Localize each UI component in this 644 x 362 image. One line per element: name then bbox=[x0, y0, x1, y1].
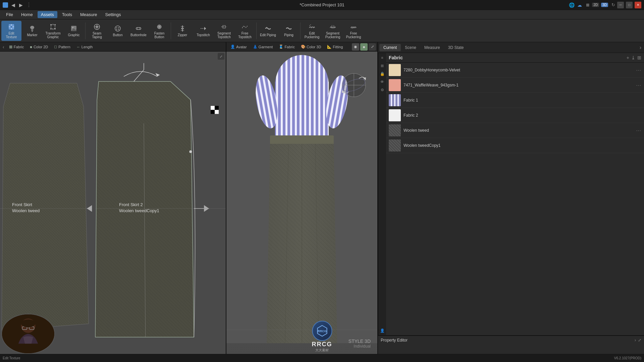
menu-dots[interactable]: ⋮ bbox=[26, 2, 32, 8]
panel-3d: 👤 Avatar 👗 Garment 🧵 Fabric 🎨 Color 3D 📐 bbox=[226, 42, 378, 362]
sidebar-tab-measure[interactable]: Measure bbox=[420, 44, 444, 51]
sidebar-expand[interactable]: › bbox=[638, 45, 643, 51]
fabric-item-4[interactable]: Fabric 2 bbox=[386, 108, 644, 123]
tool-graphic[interactable]: Graphic bbox=[64, 21, 84, 41]
property-collapse-icon[interactable]: › bbox=[635, 338, 636, 343]
svg-rect-68 bbox=[211, 106, 215, 110]
tab-2d-color[interactable]: ■ Color 2D bbox=[27, 44, 51, 50]
sidebar-icon-layers[interactable]: ≡ bbox=[379, 54, 386, 61]
sidebar-tabs: Current Scene Measure 3D State › bbox=[378, 42, 644, 53]
svg-marker-53 bbox=[2, 83, 89, 330]
logo-subtitle: 大大素材 bbox=[315, 348, 329, 353]
tool-piping[interactable]: Piping bbox=[279, 21, 299, 41]
menu-assets[interactable]: Assets bbox=[38, 11, 57, 18]
tab-2d-fabric[interactable]: ▦ Fabric bbox=[6, 44, 27, 50]
menu-settings[interactable]: Settings bbox=[102, 11, 124, 18]
tool-topstitch[interactable]: Topstitch bbox=[193, 21, 213, 41]
property-editor-label: Property Editor bbox=[381, 338, 408, 343]
tool-marker[interactable]: Marker bbox=[22, 21, 42, 41]
tool-seam-taping[interactable]: Seam Taping bbox=[87, 21, 107, 41]
tab-2d-pattern[interactable]: ◻ Pattern bbox=[51, 44, 73, 50]
tab-fitting[interactable]: 📐 Fitting bbox=[324, 44, 345, 50]
sidebar-tab-scene[interactable]: Scene bbox=[401, 44, 420, 51]
graphic-icon bbox=[70, 24, 78, 33]
sidebar-icon-lock[interactable]: 🔒 bbox=[379, 70, 386, 77]
sidebar-tab-3dstate[interactable]: 3D State bbox=[444, 44, 468, 51]
sidebar-icon-link[interactable]: ⊞ bbox=[379, 62, 386, 69]
fabric-more-2[interactable]: ⋯ bbox=[636, 82, 641, 88]
view-reset[interactable]: ◉ bbox=[352, 43, 359, 51]
svg-point-23 bbox=[118, 27, 119, 28]
swatch-6 bbox=[389, 139, 401, 152]
maximize-button[interactable]: □ bbox=[626, 2, 633, 8]
fabric-grid-view[interactable]: ⊞ bbox=[637, 55, 641, 60]
minimize-button[interactable]: ─ bbox=[617, 2, 624, 8]
cloud-icon: ☁ bbox=[577, 2, 582, 8]
tool-buttonhole[interactable]: Buttonhole bbox=[128, 21, 149, 41]
tool-free-puckering[interactable]: Free Puckering bbox=[343, 21, 364, 41]
tab-garment[interactable]: 👗 Garment bbox=[250, 44, 276, 50]
piping-icon bbox=[285, 24, 293, 33]
tool-zipper[interactable]: Zipper bbox=[172, 21, 193, 41]
fabric-item-6[interactable]: Woolen tweedCopy1 bbox=[386, 138, 644, 153]
svg-rect-33 bbox=[181, 28, 184, 29]
tab-color-3d[interactable]: 🎨 Color 3D bbox=[298, 44, 324, 50]
fabric-item-2[interactable]: 7471_WaffleWeave_943gsm-1 ⋯ bbox=[386, 78, 644, 93]
buttonhole-icon bbox=[135, 24, 143, 33]
sidebar-icon-avatar[interactable]: 👤 bbox=[379, 327, 386, 334]
mode-3d[interactable]: 3D bbox=[601, 3, 608, 7]
menu-measure[interactable]: Measure bbox=[77, 11, 101, 18]
import-fabric-button[interactable]: ⤓ bbox=[631, 55, 635, 60]
tool-button[interactable]: Button bbox=[108, 21, 128, 41]
view-color[interactable]: ■ bbox=[360, 43, 368, 51]
piping-label: Piping bbox=[284, 33, 293, 37]
tool-edit-puckering[interactable]: Edit Puckering bbox=[302, 21, 322, 41]
svg-point-21 bbox=[115, 26, 120, 31]
tool-segment-topstitch[interactable]: Segment Topstitch bbox=[214, 21, 234, 41]
fabric-more-5[interactable]: ⋯ bbox=[636, 127, 641, 134]
add-fabric-button[interactable]: + bbox=[627, 55, 629, 60]
canvas-3d[interactable]: STYLE 3D Individual bbox=[226, 52, 377, 362]
title-bar: ◀ ▶ ⋮ *Combined Project 101 🌐 ☁ ▦ 2D 3D … bbox=[0, 0, 644, 10]
network-icon: 🌐 bbox=[569, 2, 575, 8]
undo-button[interactable]: ◀ bbox=[11, 2, 16, 8]
tab-fabric-3d[interactable]: 🧵 Fabric bbox=[276, 44, 298, 50]
layout-icon: ▦ bbox=[586, 3, 589, 7]
svg-point-10 bbox=[50, 28, 52, 29]
mode-2d[interactable]: 2D bbox=[592, 3, 599, 7]
tool-fasten-button[interactable]: Fasten Button bbox=[149, 21, 169, 41]
sidebar-icon-settings[interactable]: ⚙ bbox=[379, 86, 386, 93]
tool-segment-puckering[interactable]: Segment Puckering bbox=[323, 21, 343, 41]
fabric-item-5[interactable]: Woolen tweed ⋯ bbox=[386, 123, 644, 138]
tool-edit-piping[interactable]: Edit Piping bbox=[258, 21, 278, 41]
tab-2d-length[interactable]: ↔ Length bbox=[74, 44, 96, 50]
menu-tools[interactable]: Tools bbox=[59, 11, 75, 18]
sidebar-icon-eye[interactable]: 👁 bbox=[379, 78, 386, 85]
panel-2d-maximize[interactable]: ⤢ bbox=[218, 53, 224, 60]
style-3d-label: STYLE 3D Individual bbox=[348, 339, 371, 349]
rotation-gizmo[interactable] bbox=[340, 72, 367, 99]
swatch-1 bbox=[389, 64, 401, 76]
sidebar-tab-current[interactable]: Current bbox=[379, 44, 401, 51]
bottom-bar: Edit Texture V6.2.1027(PROD) bbox=[0, 354, 644, 362]
panel-2d-prev[interactable]: ‹ bbox=[1, 44, 6, 50]
menu-file[interactable]: File bbox=[3, 11, 16, 18]
menu-home[interactable]: Home bbox=[18, 11, 36, 18]
fabric-more-1[interactable]: ⋯ bbox=[636, 67, 641, 73]
fabric-item-3[interactable]: Fabric 1 bbox=[386, 93, 644, 108]
svg-point-3 bbox=[10, 26, 12, 28]
refresh-icon[interactable]: ↻ bbox=[611, 2, 615, 7]
property-expand-icon[interactable]: ⤢ bbox=[638, 338, 641, 343]
close-button[interactable]: ✕ bbox=[635, 2, 641, 8]
redo-button[interactable]: ▶ bbox=[18, 2, 23, 8]
menu-bar: File Home Assets Tools Measure Settings bbox=[0, 10, 644, 19]
tool-transform-graphic[interactable]: Transform Graphic bbox=[43, 21, 63, 41]
tool-free-topstitch[interactable]: Free Topstitch bbox=[235, 21, 255, 41]
fabric-name-4: Fabric 2 bbox=[404, 113, 641, 118]
tab-avatar[interactable]: 👤 Avatar bbox=[228, 44, 250, 50]
view-maximize[interactable]: ⤢ bbox=[369, 43, 376, 51]
svg-point-22 bbox=[116, 27, 117, 28]
fabric-item-1[interactable]: 7280_DobbyHoneycomb-Velvet ⋯ bbox=[386, 63, 644, 78]
tool-edit-texture[interactable]: Edit Texture bbox=[1, 21, 21, 41]
seam-taping-icon bbox=[93, 23, 101, 31]
